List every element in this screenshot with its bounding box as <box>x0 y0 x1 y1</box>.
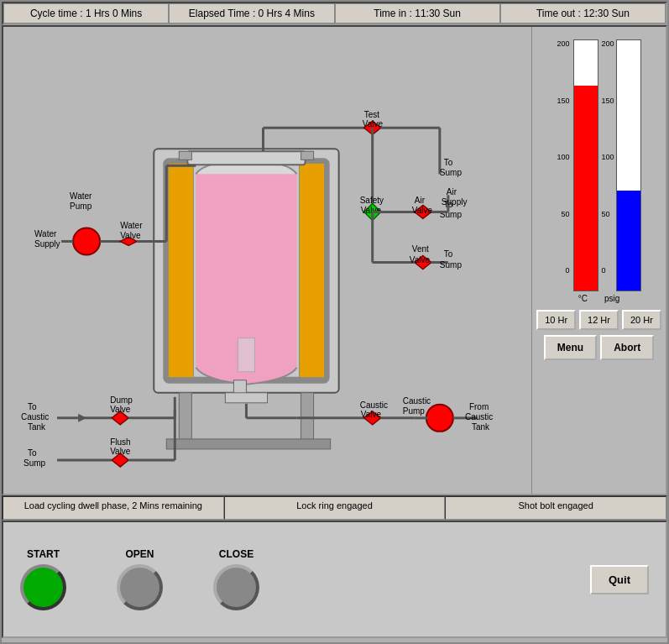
abort-button[interactable]: Abort <box>600 335 654 360</box>
svg-rect-4 <box>300 163 325 377</box>
svg-text:Tank: Tank <box>472 422 490 432</box>
open-label: OPEN <box>125 548 154 560</box>
start-button[interactable] <box>20 564 66 610</box>
svg-text:Supply: Supply <box>442 197 468 207</box>
svg-rect-13 <box>179 393 191 443</box>
svg-text:Test: Test <box>364 110 380 119</box>
pres-scale-200: 200 <box>602 39 614 48</box>
svg-text:Air: Air <box>415 196 426 205</box>
open-control: OPEN <box>117 548 163 610</box>
svg-text:Caustic: Caustic <box>360 401 388 410</box>
svg-text:Sump: Sump <box>24 458 46 468</box>
svg-text:Vent: Vent <box>412 244 429 254</box>
status-middle: Lock ring engaged <box>224 496 446 520</box>
svg-text:Caustic: Caustic <box>21 412 49 421</box>
svg-rect-12 <box>301 151 314 160</box>
12hr-button[interactable]: 12 Hr <box>579 310 619 330</box>
svg-text:Water: Water <box>120 221 143 230</box>
temp-scale-0: 0 <box>557 266 569 275</box>
svg-text:Safety: Safety <box>360 196 384 205</box>
10hr-button[interactable]: 10 Hr <box>536 310 576 330</box>
pressure-bar <box>617 191 640 291</box>
svg-text:Air: Air <box>447 187 457 196</box>
svg-text:Valve: Valve <box>412 206 433 215</box>
close-button[interactable] <box>213 564 259 610</box>
temp-scale-50: 50 <box>557 210 569 218</box>
svg-text:Sump: Sump <box>440 260 463 270</box>
menu-button[interactable]: Menu <box>544 335 597 360</box>
start-label: START <box>27 548 60 560</box>
status-left: Load cycling dwell phase, 2 Mins remaini… <box>3 496 224 520</box>
svg-point-18 <box>73 228 100 254</box>
close-control: CLOSE <box>213 548 259 610</box>
close-label: CLOSE <box>219 548 253 560</box>
top-bar: Cycle time : 1 Hrs 0 Mins Elapsed Time :… <box>2 2 667 25</box>
svg-text:Caustic: Caustic <box>465 412 493 421</box>
svg-text:Dump: Dump <box>110 395 133 405</box>
svg-text:Pump: Pump <box>403 406 426 416</box>
time-out-display: Time out : 12:30 Sun <box>500 3 666 24</box>
svg-text:Pump: Pump <box>70 202 92 211</box>
svg-rect-15 <box>166 439 330 449</box>
action-buttons-group: Menu Abort <box>544 335 654 360</box>
svg-text:Valve: Valve <box>363 119 384 128</box>
bottom-panel: START OPEN CLOSE Quit <box>2 521 667 638</box>
svg-text:Valve: Valve <box>361 410 382 419</box>
pres-scale-100: 100 <box>602 153 614 161</box>
hr-buttons-group: 10 Hr 12 Hr 20 Hr <box>536 310 661 330</box>
pressure-bar-wrapper <box>616 39 641 291</box>
svg-text:Water: Water <box>70 191 92 201</box>
process-diagram: Water Supply Water Pump Water Valve <box>3 27 531 494</box>
svg-text:Water: Water <box>34 229 57 238</box>
svg-point-84 <box>426 405 453 432</box>
time-in-display: Time in : 11:30 Sun <box>335 3 500 24</box>
svg-rect-8 <box>225 393 267 403</box>
svg-text:To: To <box>444 158 453 167</box>
main-area: Water Supply Water Pump Water Valve <box>2 25 667 495</box>
pres-scale-150: 150 <box>602 97 614 105</box>
status-right: Shot bolt engaged <box>445 496 666 520</box>
elapsed-time-display: Elapsed Time : 0 Hrs 4 Mins <box>169 3 334 24</box>
svg-text:Caustic: Caustic <box>403 396 431 406</box>
svg-text:Supply: Supply <box>34 239 60 249</box>
svg-text:To: To <box>28 448 37 458</box>
svg-text:Valve: Valve <box>410 255 431 264</box>
svg-text:Valve: Valve <box>110 447 131 456</box>
svg-rect-11 <box>179 151 191 160</box>
svg-text:Sump: Sump <box>440 168 463 177</box>
svg-text:Flush: Flush <box>110 437 130 447</box>
status-bar: Load cycling dwell phase, 2 Mins remaini… <box>2 495 667 521</box>
temp-scale-100: 100 <box>557 153 569 161</box>
svg-rect-3 <box>168 163 193 377</box>
temp-unit-label: °C <box>578 294 588 303</box>
20hr-button[interactable]: 20 Hr <box>622 310 661 330</box>
pres-scale-50: 50 <box>602 210 614 218</box>
svg-text:Valve: Valve <box>120 231 141 240</box>
temperature-bar-wrapper <box>573 39 598 291</box>
open-button[interactable] <box>117 564 163 610</box>
start-control: START <box>20 548 66 610</box>
temperature-bar <box>574 86 598 291</box>
svg-text:To: To <box>28 402 37 411</box>
temp-scale-200: 200 <box>557 39 569 48</box>
pressure-unit-label: psig <box>604 294 619 303</box>
svg-text:To: To <box>444 249 453 259</box>
quit-button[interactable]: Quit <box>590 565 649 594</box>
svg-rect-9 <box>238 338 254 372</box>
svg-text:Tank: Tank <box>28 422 46 432</box>
temp-scale-150: 150 <box>557 97 569 105</box>
svg-text:Valve: Valve <box>110 405 131 414</box>
svg-rect-10 <box>187 151 305 165</box>
right-panel: 200 150 100 50 0 200 15 <box>531 27 666 494</box>
pres-scale-0: 0 <box>602 266 614 275</box>
svg-text:From: From <box>469 402 489 411</box>
diagram-area: Water Supply Water Pump Water Valve <box>3 27 531 494</box>
cycle-time-display: Cycle time : 1 Hrs 0 Mins <box>3 3 169 24</box>
